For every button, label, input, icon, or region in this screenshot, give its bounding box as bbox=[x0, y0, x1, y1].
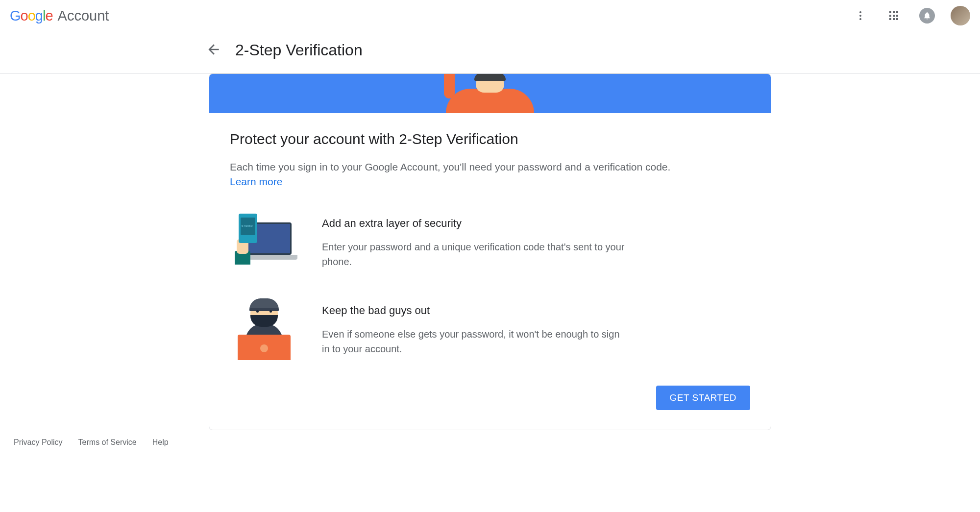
card-footer: GET STARTED bbox=[230, 362, 750, 416]
svg-rect-9 bbox=[889, 18, 891, 20]
product-name: Account bbox=[58, 8, 109, 24]
footer-links: Privacy Policy Terms of Service Help bbox=[0, 430, 980, 455]
svg-rect-4 bbox=[893, 11, 895, 13]
svg-rect-11 bbox=[896, 18, 898, 20]
content-area: Protect your account with 2-Step Verific… bbox=[0, 73, 980, 430]
svg-rect-5 bbox=[896, 11, 898, 13]
card-title: Protect your account with 2-Step Verific… bbox=[230, 131, 750, 147]
feature-description: Enter your password and a unique verific… bbox=[322, 240, 626, 269]
learn-more-link[interactable]: Learn more bbox=[230, 176, 282, 188]
more-options-icon[interactable] bbox=[851, 6, 870, 25]
card-body: Protect your account with 2-Step Verific… bbox=[209, 113, 771, 430]
header-left: Google Account bbox=[10, 8, 109, 24]
footer-terms-link[interactable]: Terms of Service bbox=[78, 438, 137, 447]
svg-rect-10 bbox=[893, 18, 895, 20]
feature-title: Keep the bad guys out bbox=[322, 304, 750, 317]
feature-title: Add an extra layer of security bbox=[322, 217, 750, 230]
svg-point-0 bbox=[859, 11, 861, 13]
feature-badguys: Keep the bad guys out Even if someone el… bbox=[230, 298, 750, 362]
svg-rect-7 bbox=[893, 15, 895, 17]
phone-laptop-illustration: 576989 bbox=[230, 211, 298, 275]
svg-rect-3 bbox=[889, 11, 891, 13]
hacker-illustration bbox=[230, 298, 298, 362]
feature-text: Add an extra layer of security Enter you… bbox=[322, 211, 750, 269]
svg-point-2 bbox=[859, 18, 861, 20]
app-header: Google Account bbox=[0, 0, 980, 31]
account-avatar[interactable] bbox=[951, 6, 970, 25]
svg-rect-6 bbox=[889, 15, 891, 17]
apps-grid-icon[interactable] bbox=[884, 6, 904, 25]
footer-help-link[interactable]: Help bbox=[152, 438, 169, 447]
card-description: Each time you sign in to your Google Acc… bbox=[230, 159, 750, 175]
get-started-button[interactable]: GET STARTED bbox=[656, 386, 750, 410]
svg-rect-8 bbox=[896, 15, 898, 17]
hero-banner bbox=[209, 74, 771, 113]
hero-illustration bbox=[436, 74, 544, 113]
sub-header: 2-Step Verification bbox=[196, 31, 980, 73]
google-logo[interactable]: Google bbox=[10, 8, 53, 24]
verification-card: Protect your account with 2-Step Verific… bbox=[209, 73, 771, 430]
feature-text: Keep the bad guys out Even if someone el… bbox=[322, 298, 750, 356]
header-right bbox=[851, 6, 970, 25]
footer-privacy-link[interactable]: Privacy Policy bbox=[14, 438, 63, 447]
feature-description: Even if someone else gets your password,… bbox=[322, 327, 626, 356]
notifications-icon[interactable] bbox=[917, 6, 937, 25]
svg-point-1 bbox=[859, 15, 861, 17]
feature-security: 576989 Add an extra layer of security En… bbox=[230, 211, 750, 275]
back-arrow-icon[interactable] bbox=[206, 42, 221, 59]
page-title: 2-Step Verification bbox=[235, 41, 363, 59]
